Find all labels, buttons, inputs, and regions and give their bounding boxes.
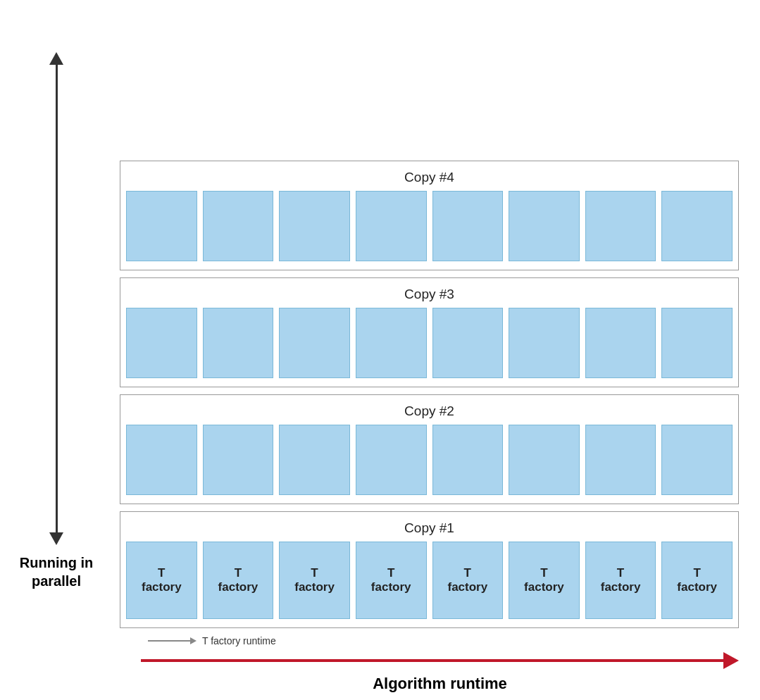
main-area: Running in parallel Copy #1 T factory T … — [0, 0, 760, 635]
factory-box — [356, 191, 427, 261]
factory-box: T factory — [585, 542, 656, 619]
small-arrow-line — [148, 640, 190, 642]
t-label: T — [693, 566, 700, 580]
factory-box: T factory — [509, 542, 580, 619]
factory-box — [585, 425, 656, 495]
factory-box — [432, 425, 504, 495]
factory-row-4 — [126, 191, 733, 261]
t-label: T — [235, 566, 242, 580]
copy-group-1: Copy #1 T factory T factory T factory — [120, 511, 739, 628]
t-factory-runtime-row: T factory runtime — [141, 635, 739, 646]
vertical-arrow — [49, 52, 63, 545]
algorithm-runtime-arrow — [141, 652, 739, 669]
factory-label: factory — [142, 580, 182, 594]
t-factory-runtime-label: T factory runtime — [202, 635, 276, 646]
factory-box — [126, 308, 197, 378]
factory-box — [509, 425, 580, 495]
copy-title-3: Copy #3 — [126, 284, 733, 302]
parallel-label: Running in parallel — [20, 554, 93, 590]
copy-group-2: Copy #2 — [120, 394, 739, 504]
factory-box: T factory — [126, 542, 197, 619]
factory-box — [509, 191, 580, 261]
factory-box: T factory — [203, 542, 274, 619]
algorithm-runtime-label: Algorithm runtime — [141, 675, 739, 693]
factory-label: factory — [294, 580, 335, 594]
t-label: T — [617, 566, 624, 580]
left-axis: Running in parallel — [0, 7, 113, 635]
factory-label: factory — [447, 580, 487, 594]
diagram-wrapper: Running in parallel Copy #1 T factory T … — [0, 0, 760, 700]
factory-label: factory — [371, 580, 411, 594]
factory-box — [661, 191, 733, 261]
factory-box — [356, 308, 427, 378]
factory-box — [509, 308, 580, 378]
algo-arrow-line — [141, 659, 723, 662]
factory-row-1: T factory T factory T factory T factory — [126, 542, 733, 619]
vertical-line — [56, 65, 58, 532]
copy-group-4: Copy #4 — [120, 161, 739, 270]
copy-group-3: Copy #3 — [120, 277, 739, 387]
factory-box — [203, 308, 274, 378]
factory-box — [585, 191, 656, 261]
factory-box — [432, 308, 504, 378]
small-arrow-head-icon — [190, 637, 197, 644]
factory-box — [279, 191, 350, 261]
factory-box — [203, 425, 274, 495]
arrow-down-icon — [49, 532, 63, 545]
factory-label: factory — [601, 580, 641, 594]
factory-row-2 — [126, 425, 733, 495]
factory-box — [126, 191, 197, 261]
factory-box — [356, 425, 427, 495]
factory-box — [279, 308, 350, 378]
algo-arrow-head-icon — [723, 652, 739, 669]
copy-title-2: Copy #2 — [126, 401, 733, 419]
factory-box — [279, 425, 350, 495]
factory-box — [661, 308, 733, 378]
factory-box: T factory — [356, 542, 427, 619]
t-factory-runtime-arrow — [148, 637, 197, 644]
factory-box — [432, 191, 504, 261]
factory-box — [126, 425, 197, 495]
t-label: T — [387, 566, 394, 580]
copy-title-1: Copy #1 — [126, 518, 733, 536]
factory-label: factory — [218, 580, 258, 594]
t-label: T — [158, 566, 165, 580]
factory-box — [585, 308, 656, 378]
factory-box — [661, 425, 733, 495]
copy-title-4: Copy #4 — [126, 167, 733, 185]
t-label: T — [540, 566, 547, 580]
factory-box: T factory — [432, 542, 504, 619]
factory-box: T factory — [279, 542, 350, 619]
arrow-up-icon — [49, 52, 63, 65]
t-label: T — [311, 566, 318, 580]
factory-label: factory — [677, 580, 717, 594]
factory-label: factory — [524, 580, 564, 594]
t-label: T — [464, 566, 471, 580]
factory-row-3 — [126, 308, 733, 378]
copies-area: Copy #1 T factory T factory T factory — [113, 7, 760, 635]
bottom-area: T factory runtime Algorithm runtime — [0, 635, 760, 700]
factory-box — [203, 191, 274, 261]
factory-box: T factory — [661, 542, 733, 619]
